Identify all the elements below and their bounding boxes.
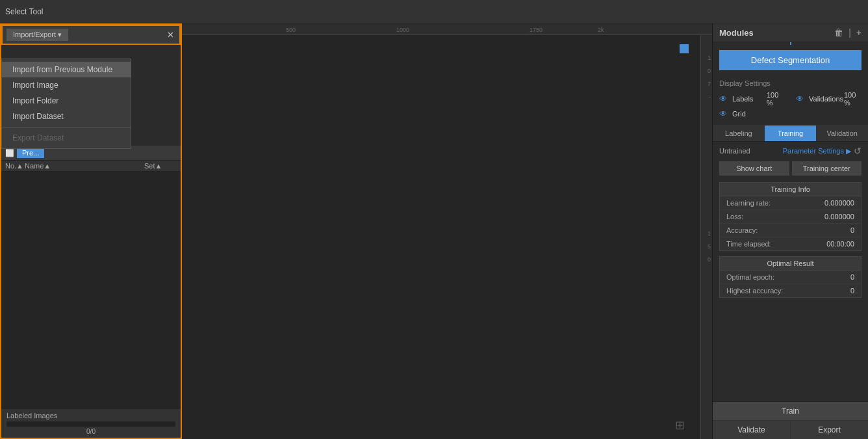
ruler-mark-1750: 1750 [530, 27, 542, 33]
learning-rate-row: Learning rate: 0.000000 [720, 196, 861, 210]
training-section: Untrained Parameter Settings ▶ ↺ Show ch… [713, 142, 868, 401]
loss-row: Loss: 0.000000 [720, 210, 861, 224]
eye-icon-validations: 👁 [796, 94, 804, 103]
dropdown-item-import-dataset[interactable]: Import Dataset [2, 109, 131, 124]
vruler-mark-100: 7 [708, 81, 711, 87]
header-icons: 🗑 | + [834, 27, 862, 38]
labels-value: 100 % [767, 91, 784, 107]
eye-icon-grid: 👁 [719, 109, 727, 118]
tab-labeling[interactable]: Labeling [713, 126, 765, 141]
grid-label: Grid [732, 110, 761, 118]
labeled-images-footer: Labeled Images 0/0 [1, 408, 181, 438]
reset-icon[interactable]: ↺ [854, 146, 862, 156]
tab-validation[interactable]: Validation [816, 126, 868, 141]
table-body [1, 172, 181, 408]
horizontal-ruler: 500 1000 1750 2k [182, 23, 712, 35]
dropdown-divider [2, 127, 131, 127]
vruler-mark-10: 1 [708, 55, 711, 61]
modules-header: Modules 🗑 | + [713, 23, 868, 42]
close-panel-button[interactable]: ✕ [166, 30, 175, 40]
canvas-tool-indicator [680, 44, 689, 53]
vruler-mark-150: - [709, 94, 711, 100]
main-layout: Import/Export ▾ ✕ Import from Previous M… [0, 23, 868, 439]
defect-segmentation-button[interactable]: Defect Segmentation [719, 50, 862, 70]
col-set: Set▲ [144, 162, 177, 170]
optimal-epoch-label: Optimal epoch: [726, 273, 774, 281]
optimal-result-box: Optimal Result Optimal epoch: 0 Highest … [719, 256, 862, 298]
footer-btns: Validate Export [713, 421, 868, 439]
time-elapsed-row: Time elapsed: 00:00:00 [720, 237, 861, 250]
right-panel-footer: Train Validate Export [713, 401, 868, 439]
show-chart-button[interactable]: Show chart [719, 161, 789, 176]
loss-label: Loss: [726, 213, 743, 220]
optimal-epoch-value: 0 [850, 273, 854, 281]
left-panel-header: Import/Export ▾ ✕ [1, 25, 181, 45]
optimal-epoch-row: Optimal epoch: 0 [720, 271, 861, 284]
module-indicator [713, 42, 868, 45]
dropdown-item-export-dataset: Export Dataset [2, 130, 131, 146]
canvas-area: 500 1000 1750 2k ⊞ 1 0 7 - 1 5 0 [182, 23, 712, 439]
import-export-button[interactable]: Import/Export ▾ [6, 29, 68, 41]
param-settings-link[interactable]: Parameter Settings ▶ [783, 147, 851, 155]
sub-toolbar-icon: ⬜ [5, 149, 14, 157]
training-status-label: Untrained [719, 147, 750, 155]
ruler-mark-1000: 1000 [396, 27, 409, 33]
accuracy-label: Accuracy: [726, 226, 758, 234]
vruler-mark-300: 0 [708, 256, 711, 263]
progress-text: 0/0 [6, 428, 175, 435]
highest-accuracy-value: 0 [850, 287, 854, 295]
validations-value: 100 % [844, 91, 862, 107]
ruler-mark-500: 500 [286, 27, 296, 33]
sub-toolbar-pre-button[interactable]: Pre... [17, 148, 44, 158]
display-row-labels: 👁 Labels 100 % 👁 Validations 100 % [719, 91, 862, 107]
dropdown-item-import-image[interactable]: Import Image [2, 77, 131, 93]
export-button[interactable]: Export [790, 421, 868, 439]
labeled-images-label: Labeled Images [6, 412, 175, 419]
action-btns: Show chart Training center [719, 161, 862, 176]
learning-rate-value: 0.000000 [824, 199, 854, 207]
vruler-mark-200: 1 [708, 230, 711, 237]
select-tool-label: Select Tool [5, 7, 43, 16]
dropdown-menu: Import from Previous Module Import Image… [1, 59, 131, 149]
add-module-button[interactable]: + [856, 27, 862, 38]
indicator-dot [790, 42, 791, 45]
vruler-mark-50: 0 [708, 68, 711, 74]
tabs-row: Labeling Training Validation [713, 126, 868, 142]
display-row-grid: 👁 Grid [719, 109, 862, 118]
table-header: No.▲ Name▲ Set▲ [1, 161, 181, 172]
time-elapsed-value: 00:00:00 [826, 240, 854, 248]
ruler-mark-2k: 2k [598, 27, 604, 33]
delete-module-button[interactable]: 🗑 [834, 27, 843, 38]
tab-training[interactable]: Training [765, 126, 817, 141]
loss-value: 0.000000 [824, 213, 854, 220]
dropdown-item-import-folder[interactable]: Import Folder [2, 93, 131, 109]
highest-accuracy-row: Highest accuracy: 0 [720, 284, 861, 297]
col-no: No.▲ [5, 162, 25, 170]
labels-label: Labels [732, 95, 761, 103]
eye-icon-labels: 👁 [719, 94, 727, 103]
vertical-ruler: 1 0 7 - 1 5 0 [700, 35, 712, 439]
display-settings-title: Display Settings [719, 79, 862, 87]
param-settings-row: Parameter Settings ▶ ↺ [783, 146, 862, 156]
training-status-row: Untrained Parameter Settings ▶ ↺ [719, 146, 862, 156]
left-panel: Import/Export ▾ ✕ Import from Previous M… [0, 23, 182, 439]
validate-button[interactable]: Validate [713, 421, 790, 439]
training-info-box: Training Info Learning rate: 0.000000 Lo… [719, 182, 862, 251]
separator: | [849, 27, 851, 38]
train-button[interactable]: Train [713, 402, 868, 421]
accuracy-row: Accuracy: 0 [720, 224, 861, 237]
time-elapsed-label: Time elapsed: [726, 240, 771, 248]
top-toolbar: Select Tool [0, 0, 868, 23]
grid-icon: ⊞ [675, 418, 685, 432]
display-settings: Display Settings 👁 Labels 100 % 👁 Valida… [713, 75, 868, 126]
validations-label: Validations [809, 95, 839, 103]
training-center-button[interactable]: Training center [792, 161, 862, 176]
canvas-main: ⊞ [182, 35, 700, 439]
learning-rate-label: Learning rate: [726, 199, 771, 207]
optimal-result-title: Optimal Result [720, 257, 861, 271]
training-info-title: Training Info [720, 183, 861, 196]
vruler-mark-250: 5 [708, 243, 711, 250]
highest-accuracy-label: Highest accuracy: [726, 287, 783, 295]
right-panel: Modules 🗑 | + Defect Segmentation Displa… [712, 23, 868, 439]
dropdown-item-import-previous[interactable]: Import from Previous Module [2, 62, 131, 77]
